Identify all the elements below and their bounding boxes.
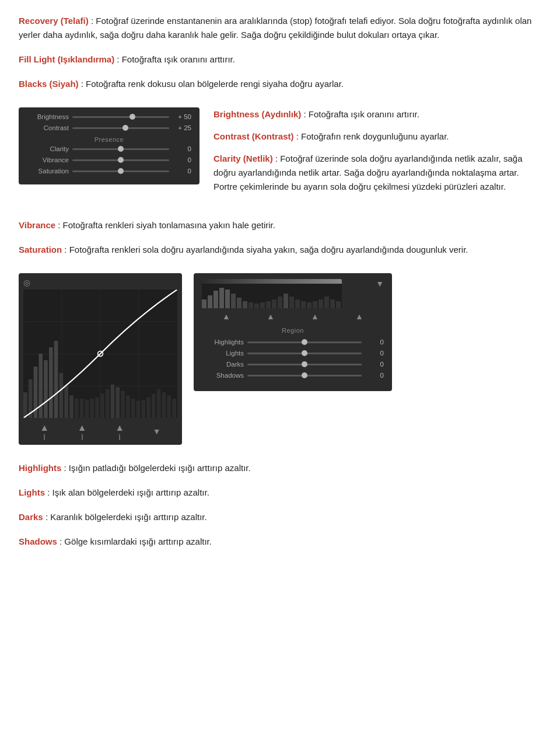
- saturation-slider-row: Saturation 0: [27, 168, 191, 175]
- paragraph-vibrance: Vibrance : Fotoğrafta renkleri siyah ton…: [19, 218, 541, 232]
- target-icon[interactable]: ◎: [23, 278, 30, 287]
- region-curve-controls: ▲ ▲ ▲ ▲: [202, 312, 384, 321]
- region-section-label: Region: [202, 327, 384, 334]
- highlights-slider-row: Highlights 0: [202, 339, 384, 346]
- brightness-value: + 50: [173, 113, 191, 120]
- svg-rect-14: [64, 386, 68, 418]
- svg-rect-42: [231, 294, 236, 308]
- region-sliders-panel: ▼ ▲ ▲ ▲ ▲ Region Highlights 0: [194, 273, 392, 391]
- highlights-label: Highlights: [19, 463, 61, 473]
- svg-rect-29: [141, 400, 145, 418]
- region-hist-svg: [202, 279, 342, 308]
- region-right-controls: ▼: [376, 279, 384, 308]
- saturation-label: Saturation: [19, 245, 62, 255]
- svg-rect-61: [202, 279, 342, 284]
- svg-rect-43: [237, 298, 242, 308]
- svg-rect-55: [307, 302, 312, 308]
- tone-curve-header: ◎: [23, 278, 177, 287]
- svg-rect-59: [330, 299, 335, 308]
- vibrance-value: 0: [173, 156, 191, 163]
- saturation-thumb[interactable]: [118, 168, 124, 174]
- contrast-desc-text: : Fotoğrafın renk doygunluğunu ayarlar.: [296, 131, 449, 141]
- svg-rect-46: [254, 304, 259, 308]
- svg-rect-15: [69, 396, 74, 419]
- svg-rect-11: [49, 347, 53, 418]
- vibrance-track: [72, 159, 169, 161]
- lights-label: Lights: [19, 487, 45, 497]
- svg-rect-54: [301, 301, 306, 308]
- recovery-text: : Fotoğraf üzerinde enstantanenin ara ar…: [19, 16, 531, 40]
- brightness-desc-text: : Fotoğrafta ışık oranını artırır.: [303, 109, 419, 119]
- svg-rect-50: [278, 297, 282, 308]
- svg-rect-44: [243, 301, 247, 308]
- svg-rect-37: [202, 299, 206, 308]
- svg-rect-32: [157, 389, 161, 419]
- darks-thumb[interactable]: [302, 361, 307, 367]
- highlights-value: 0: [365, 339, 384, 346]
- svg-rect-56: [313, 301, 317, 308]
- region-slider-ctrl-2: ▲: [267, 312, 275, 321]
- curve-down-arrow: ▼: [153, 427, 161, 436]
- curve-slider-2: ▲: [78, 423, 87, 440]
- lights-track: [247, 353, 362, 354]
- contrast-thumb[interactable]: [123, 125, 128, 131]
- svg-rect-25: [121, 391, 125, 418]
- clarity-track: [72, 148, 169, 150]
- brightness-slider-row: Brightness + 50: [27, 113, 191, 120]
- curve-arrow-up-3: ▲: [115, 423, 124, 433]
- darks-slider-row: Darks 0: [202, 361, 384, 368]
- svg-rect-23: [111, 385, 115, 418]
- brightness-thumb[interactable]: [130, 114, 135, 120]
- svg-rect-48: [266, 301, 271, 308]
- paragraph-blacks: Blacks (Siyah) : Fotoğrafta renk dokusu …: [19, 77, 541, 91]
- paragraph-fill-light: Fill Light (Işıklandırma) : Fotoğrafta ı…: [19, 53, 541, 67]
- blacks-label: Blacks (Siyah): [19, 79, 79, 89]
- vibrance-slider-label: Vibrance: [27, 156, 69, 163]
- svg-rect-41: [225, 290, 230, 308]
- highlights-slider-label: Highlights: [202, 339, 244, 346]
- svg-rect-58: [324, 297, 329, 308]
- contrast-slider-label: Contrast: [27, 124, 69, 131]
- svg-rect-33: [162, 392, 166, 418]
- svg-rect-13: [60, 373, 64, 418]
- contrast-value: + 25: [173, 124, 191, 131]
- lights-thumb[interactable]: [302, 350, 307, 356]
- tone-curve-row: ◎: [19, 273, 541, 445]
- shadows-thumb[interactable]: [302, 372, 307, 378]
- saturation-slider-label: Saturation: [27, 168, 69, 175]
- shadows-text: : Gölge kısımlardaki ışığı arttırıp azal…: [60, 536, 212, 546]
- svg-rect-17: [80, 399, 84, 418]
- contrast-slider-row: Contrast + 25: [27, 124, 191, 131]
- svg-rect-19: [90, 399, 94, 418]
- paragraph-saturation: Saturation : Fotoğrafta renkleri sola do…: [19, 243, 541, 257]
- curve-slider-3: ▲: [115, 423, 124, 440]
- svg-rect-12: [54, 341, 58, 418]
- svg-rect-40: [219, 288, 224, 308]
- svg-rect-57: [318, 299, 323, 308]
- svg-rect-53: [295, 299, 300, 308]
- shadows-slider-row: Shadows 0: [202, 372, 384, 379]
- clarity-thumb[interactable]: [118, 146, 124, 152]
- darks-text: : Karanlık bölgelerdeki ışığı arttırıp a…: [46, 512, 207, 522]
- svg-rect-28: [136, 400, 141, 418]
- vibrance-thumb[interactable]: [118, 157, 124, 163]
- lights-text: : Işık alan bölgelerdeki ışığı arttırıp …: [47, 487, 209, 497]
- paragraph-darks: Darks : Karanlık bölgelerdeki ışığı artt…: [19, 510, 541, 524]
- clarity-desc-label: Clarity (Netlik): [214, 154, 273, 163]
- svg-rect-22: [106, 389, 110, 419]
- lights-slider-label: Lights: [202, 350, 244, 357]
- svg-rect-10: [44, 360, 48, 418]
- svg-rect-9: [38, 354, 43, 418]
- paragraph-lights: Lights : Işık alan bölgelerdeki ışığı ar…: [19, 486, 541, 500]
- darks-track: [247, 364, 362, 365]
- vibrance-label: Vibrance: [19, 220, 55, 230]
- paragraph-highlights: Highlights : Işığın patladığı bölgelerde…: [19, 461, 541, 475]
- paragraph-shadows: Shadows : Gölge kısımlardaki ışığı arttı…: [19, 535, 541, 549]
- highlights-thumb[interactable]: [302, 339, 307, 345]
- svg-rect-27: [131, 399, 135, 418]
- region-slider-ctrl-3: ▲: [311, 312, 319, 321]
- contrast-desc-label: Contrast (Kontrast): [214, 131, 294, 141]
- recovery-label: Recovery (Telafi): [19, 16, 89, 26]
- rc-arrow-3: ▲: [311, 312, 319, 321]
- svg-rect-45: [249, 302, 253, 308]
